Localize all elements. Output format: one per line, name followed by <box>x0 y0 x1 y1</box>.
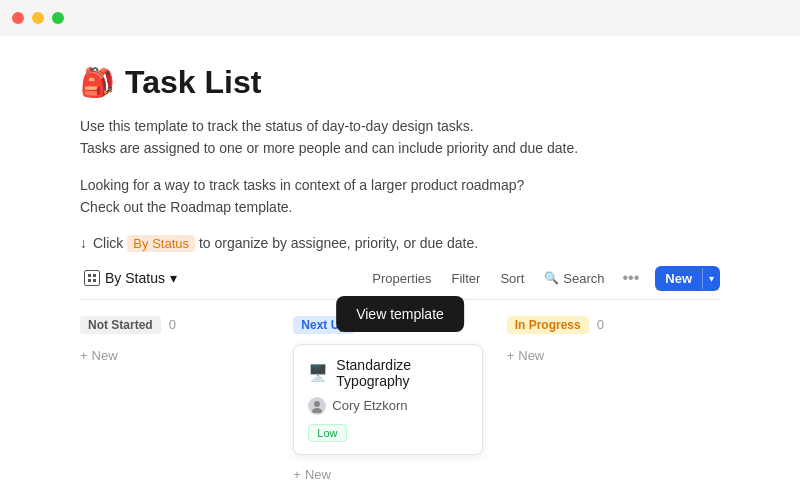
toolbar: By Status ▾ Properties Filter Sort 🔍 Sea… <box>80 266 720 300</box>
add-new-not-started[interactable]: + New <box>80 344 269 367</box>
roadmap-line2: Check out the Roadmap template. <box>80 196 720 218</box>
task-card[interactable]: 🖥️ Standardize Typography Cory Etzkorn L… <box>293 344 482 455</box>
new-chevron-button[interactable]: ▾ <box>702 268 720 289</box>
column-next-up: Next Up 1 🖥️ Standardize Typography <box>293 316 506 486</box>
svg-point-5 <box>312 408 322 413</box>
filter-label: Filter <box>452 271 481 286</box>
column-count-not-started: 0 <box>169 317 176 332</box>
task-title: Standardize Typography <box>336 357 467 389</box>
assignee-name: Cory Etzkorn <box>332 398 407 413</box>
page-emoji: 🎒 <box>80 66 115 99</box>
svg-rect-3 <box>93 279 96 282</box>
status-badge-not-started: Not Started <box>80 316 161 334</box>
chevron-down-icon: ▾ <box>170 270 177 286</box>
add-new-label-next-up: New <box>305 467 331 482</box>
add-new-next-up[interactable]: + New <box>293 463 482 486</box>
sort-button[interactable]: Sort <box>492 267 532 290</box>
description-block: Use this template to track the status of… <box>80 115 720 160</box>
more-options-button[interactable]: ••• <box>616 267 645 289</box>
page-title-row: 🎒 Task List <box>80 64 720 101</box>
priority-badge: Low <box>308 424 346 442</box>
plus-icon-next-up: + <box>293 467 301 482</box>
roadmap-line1: Looking for a way to track tasks in cont… <box>80 174 720 196</box>
add-new-label-in-progress: New <box>518 348 544 363</box>
page-title: Task List <box>125 64 261 101</box>
filter-button[interactable]: Filter <box>444 267 489 290</box>
column-header-next-up: Next Up 1 <box>293 316 482 334</box>
columns-area: View template Not Started 0 + New Next U… <box>80 316 720 486</box>
close-button[interactable] <box>12 12 24 24</box>
task-card-title-row: 🖥️ Standardize Typography <box>308 357 467 389</box>
click-hint-post: to organize by assignee, priority, or du… <box>199 235 478 251</box>
description-line2: Tasks are assigned to one or more people… <box>80 137 720 159</box>
add-new-in-progress[interactable]: + New <box>507 344 696 367</box>
properties-label: Properties <box>372 271 431 286</box>
plus-icon-not-started: + <box>80 348 88 363</box>
minimize-button[interactable] <box>32 12 44 24</box>
click-hint-pre: Click <box>93 235 123 251</box>
titlebar <box>0 0 800 36</box>
new-button-group: New ▾ <box>655 266 720 291</box>
plus-icon-in-progress: + <box>507 348 515 363</box>
by-status-button[interactable]: By Status ▾ <box>80 266 185 290</box>
by-status-highlight[interactable]: By Status <box>127 235 195 252</box>
column-header-not-started: Not Started 0 <box>80 316 269 334</box>
search-button[interactable]: 🔍 Search <box>536 267 612 290</box>
svg-rect-1 <box>93 274 96 277</box>
by-status-label: By Status <box>105 270 165 286</box>
arrow-icon: ↓ <box>80 235 87 251</box>
task-assignee: Cory Etzkorn <box>308 397 467 415</box>
main-content: 🎒 Task List Use this template to track t… <box>0 36 800 500</box>
search-icon: 🔍 <box>544 271 559 285</box>
add-new-label-not-started: New <box>92 348 118 363</box>
status-badge-in-progress: In Progress <box>507 316 589 334</box>
svg-point-4 <box>314 401 320 407</box>
dots-icon: ••• <box>622 269 639 286</box>
column-not-started: Not Started 0 + New <box>80 316 293 486</box>
task-icon: 🖥️ <box>308 363 328 382</box>
properties-button[interactable]: Properties <box>364 267 439 290</box>
column-count-next-up: 1 <box>363 317 370 332</box>
column-in-progress: In Progress 0 + New <box>507 316 720 486</box>
new-main-button[interactable]: New <box>655 266 702 291</box>
svg-rect-2 <box>88 279 91 282</box>
status-badge-next-up: Next Up <box>293 316 354 334</box>
avatar <box>308 397 326 415</box>
maximize-button[interactable] <box>52 12 64 24</box>
sort-label: Sort <box>500 271 524 286</box>
column-count-in-progress: 0 <box>597 317 604 332</box>
svg-rect-0 <box>88 274 91 277</box>
description-line1: Use this template to track the status of… <box>80 115 720 137</box>
toolbar-actions: Properties Filter Sort 🔍 Search ••• New … <box>364 266 720 291</box>
column-header-in-progress: In Progress 0 <box>507 316 696 334</box>
roadmap-text: Looking for a way to track tasks in cont… <box>80 174 720 219</box>
search-label: Search <box>563 271 604 286</box>
click-hint: ↓ Click By Status to organize by assigne… <box>80 235 720 252</box>
by-status-icon <box>84 270 100 286</box>
